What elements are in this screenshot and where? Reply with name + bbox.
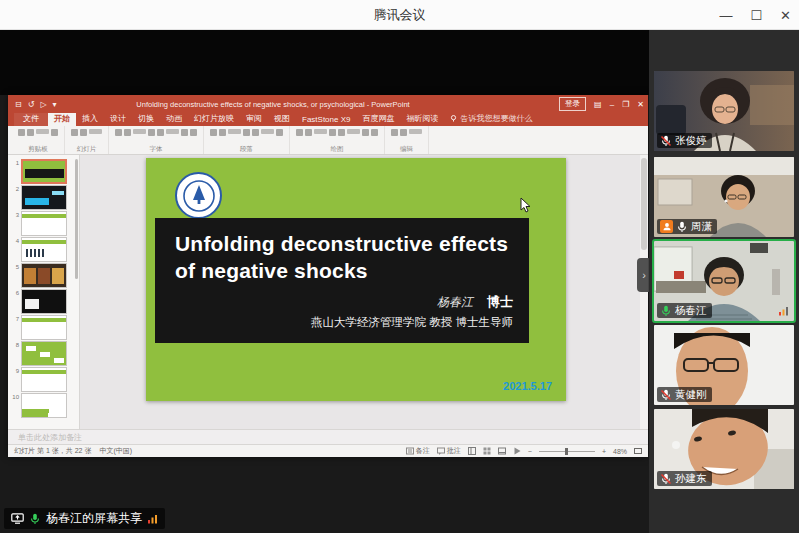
ppt-signin-button[interactable]: 登录 — [559, 97, 586, 111]
ppt-tab[interactable]: 幻灯片放映 — [188, 111, 240, 126]
ribbon-group[interactable]: 段落 — [204, 126, 290, 154]
ribbon-group[interactable]: 绘图 — [290, 126, 385, 154]
thumbnail-scrollbar[interactable] — [75, 159, 78, 279]
ppt-titlebar: ⊟↺▷▾ Unfolding deconstructive effects of… — [8, 95, 648, 113]
notes-placeholder[interactable]: 单击此处添加备注 — [18, 432, 82, 443]
ppt-tab[interactable]: 福昕阅读 — [400, 111, 444, 126]
participant-tile[interactable]: 张俊婷 — [654, 71, 794, 151]
slide-thumbnail[interactable] — [21, 159, 67, 184]
slide-sorter-view-icon[interactable] — [483, 447, 491, 455]
ppt-tab[interactable]: 百度网盘 — [356, 111, 400, 126]
zoom-out-button[interactable]: − — [528, 448, 532, 455]
thumbnail-number: 7 — [10, 316, 19, 322]
share-background — [0, 30, 649, 95]
ribbon-group[interactable]: 剪贴板 — [12, 126, 65, 154]
minimize-button[interactable]: — — [719, 9, 732, 22]
participant-tile[interactable]: 黄健刚 — [654, 325, 794, 405]
ppt-maximize-button[interactable]: ❐ — [622, 100, 629, 109]
zoom-level[interactable]: 48% — [613, 448, 627, 455]
ppt-minimize-button[interactable]: – — [610, 100, 614, 109]
participant-name: 孙建东 — [675, 473, 707, 484]
slide-thumbnail[interactable] — [21, 185, 67, 210]
slide-thumbnail-panel[interactable]: 12345678910 — [8, 155, 80, 429]
ppt-tab[interactable]: 设计 — [104, 111, 132, 126]
slide-thumbnail[interactable] — [21, 289, 67, 314]
ribbon-group-label: 剪贴板 — [28, 146, 48, 155]
ppt-tab[interactable]: 视图 — [268, 111, 296, 126]
ppt-document-title: Unfolding deconstructive effects of nega… — [8, 100, 538, 109]
ppt-tab[interactable]: 插入 — [76, 111, 104, 126]
participant-tile[interactable]: 孙建东 — [654, 409, 794, 489]
ribbon-group[interactable]: 幻灯片 — [65, 126, 109, 154]
close-button[interactable]: ✕ — [780, 9, 791, 22]
ppt-close-button[interactable]: ✕ — [637, 100, 644, 109]
microphone-speaking-icon — [660, 305, 672, 317]
tell-me-box[interactable]: 告诉我您想要做什么 — [444, 111, 538, 126]
slide-thumbnail[interactable] — [21, 263, 67, 288]
ppt-workspace: 12345678910 — [8, 155, 648, 429]
ribbon-display-options-icon[interactable]: ▤ — [594, 100, 602, 109]
participant-name-pill: 黄健刚 — [657, 387, 712, 402]
ppt-tab-file[interactable]: 文件 — [14, 111, 48, 126]
slide-thumbnail[interactable] — [21, 237, 67, 262]
university-logo[interactable] — [175, 172, 222, 219]
author-affiliation: 燕山大学经济管理学院 教授 博士生导师 — [155, 315, 529, 330]
comments-toggle-button[interactable]: 批注 — [437, 446, 461, 456]
network-signal-icon — [147, 513, 158, 524]
ribbon-group-icons[interactable] — [296, 129, 378, 146]
ppt-tab[interactable]: 审阅 — [240, 111, 268, 126]
nuaa-emblem-icon — [181, 178, 217, 214]
person-icon — [662, 221, 672, 232]
powerpoint-window: ⊟↺▷▾ Unfolding deconstructive effects of… — [8, 95, 648, 457]
slide-author-row: 杨春江博士 — [155, 293, 529, 311]
comments-icon — [437, 447, 445, 455]
ribbon-group-icons[interactable] — [115, 129, 197, 146]
slide-thumbnail[interactable] — [21, 315, 67, 340]
ribbon-group-icons[interactable] — [18, 129, 58, 146]
slide-editing-area[interactable]: Unfolding deconstructive effects of nega… — [80, 155, 648, 429]
participant-tile-active-speaker[interactable]: 杨春江 — [654, 241, 794, 321]
tencent-meeting-window: 腾讯会议 — ☐ ✕ ⊟↺▷▾ Unfolding deconstructive… — [0, 0, 799, 533]
ppt-status-bar: 幻灯片 第 1 张，共 22 张 中文(中国) 备注 批注 − + 48% — [8, 444, 648, 457]
ppt-tab[interactable]: FastStone X9 — [296, 113, 356, 126]
ribbon-group-label: 字体 — [150, 146, 163, 155]
ribbon-group-icons[interactable] — [391, 129, 422, 146]
participant-name: 周潇 — [691, 221, 712, 232]
title-slide[interactable]: Unfolding deconstructive effects of nega… — [146, 158, 566, 401]
microphone-on-icon — [676, 221, 688, 233]
slide-title-box[interactable]: Unfolding deconstructive effects of nega… — [155, 218, 529, 343]
ribbon-group[interactable]: 字体 — [109, 126, 204, 154]
ppt-tab[interactable]: 开始 — [48, 111, 76, 126]
slide-area-scrollbar[interactable] — [640, 155, 648, 429]
zoom-slider[interactable] — [539, 448, 595, 455]
maximize-button[interactable]: ☐ — [750, 9, 762, 22]
participant-name: 杨春江 — [675, 305, 707, 316]
slide-date[interactable]: 2021.5.17 — [503, 380, 552, 392]
thumbnail-number: 2 — [10, 186, 19, 192]
notes-pane[interactable]: 单击此处添加备注 — [8, 429, 648, 444]
ribbon-group[interactable]: 编辑 — [385, 126, 429, 154]
normal-view-icon[interactable] — [468, 447, 476, 455]
language-indicator[interactable]: 中文(中国) — [99, 446, 132, 456]
participant-tile[interactable]: 周潇 — [654, 157, 794, 237]
slide-thumbnail[interactable] — [21, 393, 67, 418]
zoom-in-button[interactable]: + — [602, 448, 606, 455]
ribbon-group-icons[interactable] — [71, 129, 102, 146]
ppt-tab[interactable]: 切换 — [132, 111, 160, 126]
reading-view-icon[interactable] — [498, 447, 506, 455]
ribbon-group-icons[interactable] — [210, 129, 283, 146]
fit-slide-to-window-icon[interactable] — [634, 448, 642, 454]
ppt-ribbon: 剪贴板幻灯片字体段落绘图编辑 — [8, 126, 648, 155]
slide-thumbnail[interactable] — [21, 341, 67, 366]
notes-toggle-button[interactable]: 备注 — [406, 446, 430, 456]
slideshow-view-icon[interactable] — [513, 447, 521, 455]
ppt-tab[interactable]: 动画 — [160, 111, 188, 126]
slide-thumbnail[interactable] — [21, 211, 67, 236]
author-name: 杨春江 — [437, 295, 473, 309]
author-degree: 博士 — [487, 294, 513, 309]
thumbnail-number: 4 — [10, 238, 19, 244]
slide-thumbnail[interactable] — [21, 367, 67, 392]
ppt-ribbon-tabs: 文件 开始插入设计切换动画幻灯片放映审阅视图FastStone X9百度网盘福昕… — [8, 113, 648, 126]
notes-icon — [406, 447, 414, 455]
window-title: 腾讯会议 — [374, 6, 426, 24]
